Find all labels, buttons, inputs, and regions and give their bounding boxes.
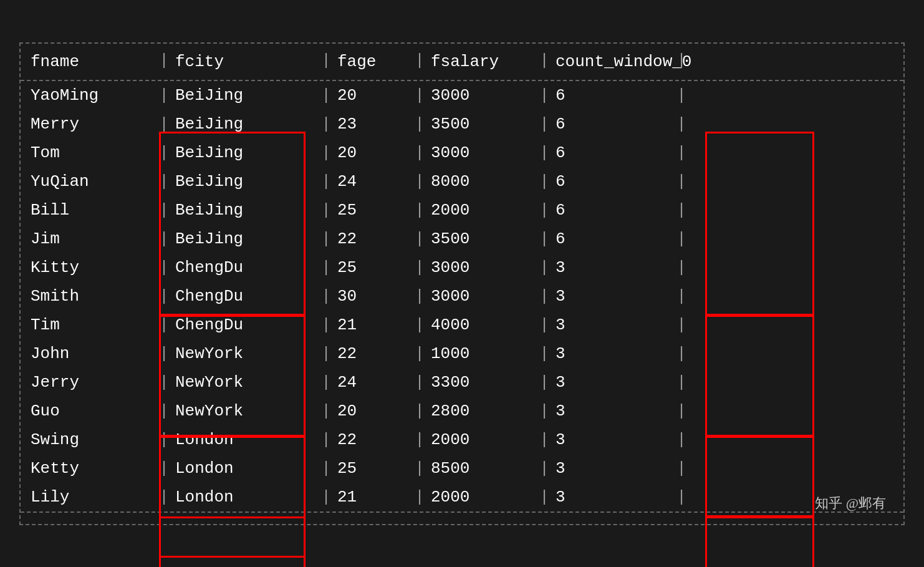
cell-fname: Swing <box>21 429 158 450</box>
cell-fsalary: 2000 <box>426 429 538 450</box>
table-row: Guo | NewYork | 20 | 2800 | 3 | <box>21 397 903 425</box>
sep: | <box>413 316 426 334</box>
table-container: fname | fcity | fage | fsalary | count_w… <box>19 42 905 525</box>
header-fage: fage <box>332 51 413 72</box>
cell-fsalary: 3000 <box>426 257 538 278</box>
sep: | <box>158 86 170 105</box>
sep: | <box>413 86 426 105</box>
sep: | <box>675 430 688 449</box>
sep: | <box>158 230 170 248</box>
cell-fcity: ChengDu <box>170 314 320 336</box>
cell-fcity: ChengDu <box>170 257 320 278</box>
sep: | <box>538 201 551 220</box>
sep: | <box>320 459 332 478</box>
sep: | <box>158 402 170 420</box>
header-fcity: fcity <box>170 51 320 72</box>
cell-fsalary: 3000 <box>426 85 538 106</box>
watermark: 知乎 @邺有 <box>815 494 886 513</box>
cell-fsalary: 8500 <box>426 458 538 479</box>
cell-count: 6 <box>551 114 675 135</box>
sep: | <box>158 316 170 334</box>
cell-fsalary: 3000 <box>426 142 538 163</box>
sep: | <box>675 287 688 306</box>
table-header: fname | fcity | fage | fsalary | count_w… <box>21 44 903 81</box>
cell-fcity: NewYork <box>170 400 320 422</box>
cell-fname: John <box>21 343 158 364</box>
sep: | <box>320 143 332 162</box>
sep: | <box>538 402 551 420</box>
sep: | <box>675 86 688 105</box>
cell-fage: 23 <box>332 114 413 135</box>
sep: | <box>538 316 551 334</box>
cell-fsalary: 1000 <box>426 343 538 364</box>
table-row: YuQian | BeiJing | 24 | 8000 | 6 | <box>21 167 903 196</box>
sep: | <box>538 143 551 162</box>
sep: | <box>158 430 170 449</box>
cell-fname: Bill <box>21 200 158 221</box>
table-row: Bill | BeiJing | 25 | 2000 | 6 | <box>21 196 903 225</box>
table-row: Ketty | London | 25 | 8500 | 3 | <box>21 454 903 483</box>
sep: | <box>320 86 332 105</box>
cell-fcity: London <box>170 487 320 508</box>
sep: | <box>675 344 688 363</box>
sep-1: | <box>158 51 170 72</box>
sep: | <box>675 230 688 248</box>
table-row: Kitty | ChengDu | 25 | 3000 | 3 | <box>21 253 903 282</box>
table-row: Swing | London | 22 | 2000 | 3 | <box>21 425 903 454</box>
sep: | <box>538 258 551 277</box>
sep: | <box>158 201 170 220</box>
sep: | <box>320 344 332 363</box>
data-table: fname | fcity | fage | fsalary | count_w… <box>19 42 905 525</box>
sep: | <box>320 430 332 449</box>
cell-fcity: NewYork <box>170 372 320 393</box>
sep: | <box>320 373 332 392</box>
sep: | <box>320 115 332 133</box>
cell-fcity: BeiJing <box>170 200 320 221</box>
sep-2: | <box>320 51 332 72</box>
sep: | <box>675 402 688 420</box>
sep: | <box>675 459 688 478</box>
sep-3: | <box>413 51 426 72</box>
sep: | <box>320 258 332 277</box>
cell-fage: 25 <box>332 200 413 221</box>
sep: | <box>413 287 426 306</box>
table-row: Tim | ChengDu | 21 | 4000 | 3 | <box>21 311 903 339</box>
cell-fname: Lily <box>21 487 158 508</box>
sep-5: | <box>675 51 688 72</box>
cell-fcity: BeiJing <box>170 85 320 106</box>
sep: | <box>158 172 170 191</box>
cell-fage: 25 <box>332 257 413 278</box>
sep: | <box>413 230 426 248</box>
table-row: Jim | BeiJing | 22 | 3500 | 6 | <box>21 225 903 253</box>
cell-fsalary: 8000 <box>426 171 538 192</box>
cell-fname: Jerry <box>21 372 158 393</box>
sep-4: | <box>538 51 551 72</box>
cell-count: 6 <box>551 85 675 106</box>
sep: | <box>158 258 170 277</box>
sep: | <box>320 201 332 220</box>
sep: | <box>413 115 426 133</box>
cell-count: 3 <box>551 487 675 508</box>
sep: | <box>320 488 332 506</box>
sep: | <box>675 172 688 191</box>
sep: | <box>158 344 170 363</box>
cell-count: 6 <box>551 228 675 250</box>
sep: | <box>413 430 426 449</box>
table-row: YaoMing | BeiJing | 20 | 3000 | 6 | <box>21 81 903 110</box>
cell-fage: 24 <box>332 372 413 393</box>
sep: | <box>158 287 170 306</box>
cell-fname: Tom <box>21 142 158 163</box>
cell-fage: 21 <box>332 487 413 508</box>
table-row: Smith | ChengDu | 30 | 3000 | 3 | <box>21 282 903 311</box>
cell-fname: Merry <box>21 114 158 135</box>
table-row: Jerry | NewYork | 24 | 3300 | 3 | <box>21 368 903 397</box>
sep: | <box>675 258 688 277</box>
cell-fname: Guo <box>21 400 158 422</box>
sep: | <box>413 258 426 277</box>
cell-fsalary: 4000 <box>426 314 538 336</box>
cell-fage: 22 <box>332 343 413 364</box>
sep: | <box>675 373 688 392</box>
cell-count: 3 <box>551 429 675 450</box>
cell-fcity: BeiJing <box>170 142 320 163</box>
sep: | <box>538 488 551 506</box>
